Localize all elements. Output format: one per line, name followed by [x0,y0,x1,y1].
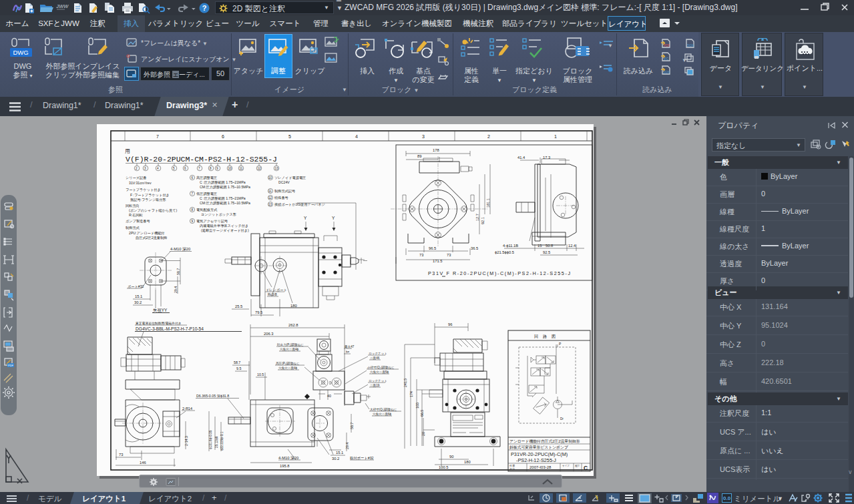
svg-text:13: 13 [275,167,279,170]
svg-text:ロックナット: ロックナット [369,352,387,355]
svg-text:(ポンプのシャフト端から見て): (ポンプのシャフト端から見て) [129,208,178,213]
svg-text:4: 4 [355,134,358,139]
svg-text:13: 13 [268,203,272,206]
svg-text:9: 9 [192,220,194,223]
svg-text:100.5: 100.5 [439,465,449,469]
svg-text:58.7: 58.7 [234,360,240,364]
svg-text:C: C [584,465,588,471]
svg-text:作 図: 作 図 [509,465,515,467]
svg-text:9: 9 [216,167,218,170]
svg-text:180: 180 [290,304,297,308]
svg-text:11: 11 [268,190,272,193]
svg-text:電気配線方式: 電気配線方式 [196,208,218,212]
svg-text:6: 6 [222,134,224,139]
svg-text:DGN: DGN [687,44,694,47]
svg-text:29.4: 29.4 [345,443,349,449]
svg-text:5: 5 [173,167,175,170]
svg-text:2-R14: 2-R14 [182,407,192,411]
svg-text:146: 146 [140,461,146,465]
svg-text:2007-Ⅰ03-28: 2007-Ⅰ03-28 [529,465,552,469]
svg-text:改訂: 改訂 [575,464,580,467]
svg-text:30.2: 30.2 [332,457,339,461]
svg-text:7: 7 [156,134,159,139]
svg-text:11: 11 [240,167,243,170]
svg-text:241.5: 241.5 [403,379,407,387]
svg-text:7: 7 [198,167,200,170]
svg-text:(遮断雷サージダイオード付き): (遮断雷サージダイオード付き) [201,228,249,233]
svg-text:4-M10 深20: 4-M10 深20 [170,247,190,252]
svg-text:73: 73 [419,253,423,257]
svg-text:?: ? [202,4,207,12]
svg-text:2: 2 [136,167,138,170]
svg-text:ϕ21.5ϕϕ0.5: ϕ21.5ϕϕ0.5 [495,250,514,254]
svg-text:6: 6 [184,167,186,170]
svg-text:50.8: 50.8 [546,244,553,248]
svg-text:自圧式2圧2流量制御: 自圧式2圧2流量制御 [136,236,167,240]
svg-text:15.1: 15.1 [135,294,142,298]
svg-text:1: 1 [554,134,557,139]
svg-text:CM:圧力調整範囲 1.75~10.5MPa: CM:圧力調整範囲 1.75~10.5MPa [200,201,250,206]
svg-text:7: 7 [192,192,194,196]
svg-text:DC24V: DC24V [278,180,290,184]
svg-text:ソレノイド電源電圧: ソレノイド電源電圧 [274,176,306,180]
svg-text:171.5: 171.5 [433,259,443,263]
svg-text:10: 10 [228,167,232,170]
svg-text:P31V F R-20-2PUC(M)-C(M)-PS2-H: P31V F R-20-2PUC(M)-C(M)-PS2-H-12-S255-J [428,270,570,276]
svg-text:30.2: 30.2 [134,300,142,304]
svg-text:5: 5 [288,134,291,139]
svg-text:15: 15 [538,244,542,248]
svg-text:10: 10 [268,176,272,180]
svg-text:206.3: 206.3 [264,332,274,336]
svg-text:40: 40 [327,394,331,398]
svg-text:4: 4 [157,167,159,170]
svg-text:178: 178 [433,148,439,152]
svg-text:96: 96 [448,322,452,326]
svg-text:12: 12 [258,167,262,170]
svg-text:3: 3 [144,167,146,170]
svg-text:IFC: IFC [664,57,669,61]
svg-text:PDF: PDF [664,44,670,47]
svg-text:DG4VC-3-BBL-M-PS2-H-7-P10-54: DG4VC-3-BBL-M-PS2-H-7-P10-54 [136,326,204,331]
svg-text:フートブラケット付き: フートブラケット付き [126,188,161,192]
svg-text:Y: Y [304,216,307,220]
svg-text:180: 180 [464,460,471,464]
svg-text:73: 73 [447,253,451,257]
svg-text:高圧調整電圧: 高圧調整電圧 [196,176,217,180]
svg-text:262.8: 262.8 [288,323,298,327]
svg-text:79.5: 79.5 [255,310,262,314]
svg-text:17.3: 17.3 [543,156,550,160]
svg-text:8: 8 [192,208,194,212]
svg-text:V(F)R-20-2PUCM-CM-PS2-H-12-S25: V(F)R-20-2PUCM-CM-PS2-H-12-S255-J [126,155,277,164]
svg-text:36.5: 36.5 [471,246,478,250]
svg-text:29.4: 29.4 [174,286,178,293]
svg-text:4-ϕ11.1B: 4-ϕ11.1B [503,244,518,248]
svg-text:h=: h= [346,350,350,354]
svg-text:D6.365-0.05 深ϕ31.8: D6.365-0.05 深ϕ31.8 [196,394,229,398]
svg-text:174: 174 [409,391,413,397]
svg-text:C :圧力調整範囲 1.75~21MPa: C :圧力調整範囲 1.75~21MPa [200,196,246,201]
svg-text:回路図: 回路図 [534,334,560,339]
svg-text:斜板式可変容量形ピストンポンプ: 斜板式可変容量形ピストンポンプ [509,445,568,450]
svg-text:P: P [559,342,562,346]
svg-text:シリーズ記番: シリーズ記番 [126,176,147,180]
svg-text:P31VR-20-2PUC(M)-C(M): P31VR-20-2PUC(M)-C(M) [511,451,568,457]
svg-text:用: 用 [125,148,130,154]
svg-text:58.7: 58.7 [350,423,354,429]
svg-text:31V:31cm³/rev: 31V:31cm³/rev [129,181,152,185]
svg-text:92.1: 92.1 [481,217,485,224]
svg-text:制御方式記号: 制御方式記号 [274,189,295,194]
svg-text:アンロード機能付自圧式2圧2流量制御形: アンロード機能付自圧式2圧2流量制御形 [509,439,580,444]
svg-text:90: 90 [449,455,453,459]
svg-text:12.7: 12.7 [475,214,479,221]
svg-text:設 計: 設 計 [509,467,515,471]
svg-text:96.5: 96.5 [429,246,436,250]
svg-text:CM:圧力調整範囲 1.75~10.5MPa: CM:圧力調整範囲 1.75~10.5MPa [200,185,250,190]
svg-text:内蔵電磁弁半導体スイッチ付き: 内蔵電磁弁半導体スイッチ付き [200,224,248,228]
svg-text:2: 2 [487,134,490,139]
svg-text:ドレンポート: ドレンポート [266,288,287,292]
svg-text:92.5: 92.5 [543,250,550,254]
svg-text:195.8: 195.8 [280,464,290,468]
svg-text:89: 89 [417,154,421,158]
svg-text:12.4: 12.4 [568,244,576,248]
svg-text:3: 3 [422,134,425,139]
